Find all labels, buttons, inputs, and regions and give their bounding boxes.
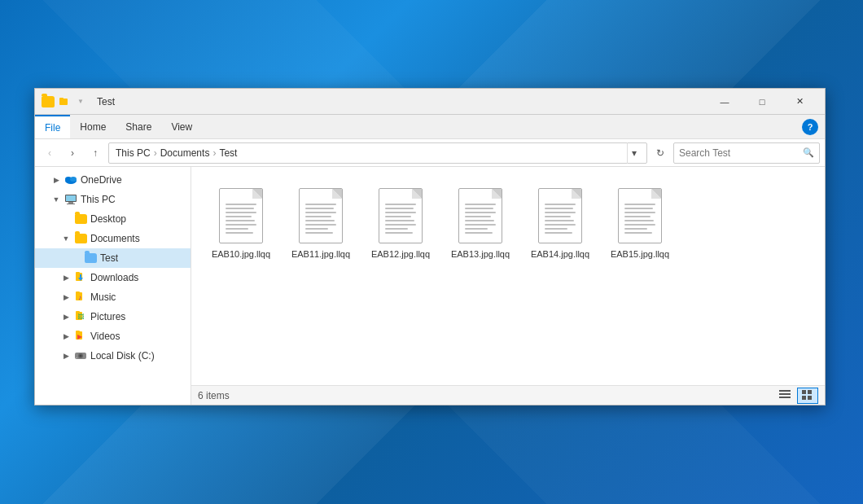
- videos-icon: ▶: [74, 330, 87, 343]
- svg-rect-12: [80, 274, 81, 278]
- title-bar-icons: ▼: [42, 95, 87, 108]
- file-item[interactable]: EAB11.jpg.llqq: [284, 180, 357, 270]
- menu-tab-view[interactable]: View: [161, 115, 202, 138]
- sidebar-label-documents: Documents: [90, 233, 184, 244]
- explorer-window: ▼ Test — □ ✕ File Home Share View ? ‹: [34, 88, 826, 405]
- breadcrumb-sep-1: ›: [154, 147, 157, 159]
- svg-text:▶: ▶: [77, 333, 83, 340]
- title-icon-small-1: [58, 95, 71, 108]
- sidebar-item-music[interactable]: ♪ Music: [35, 287, 191, 307]
- expand-arrow-documents: [61, 234, 71, 243]
- expand-arrow-this-pc: [51, 195, 61, 204]
- help-button[interactable]: ?: [802, 119, 818, 135]
- search-input[interactable]: [679, 147, 803, 159]
- local-disk-icon: [74, 349, 87, 362]
- svg-rect-7: [68, 202, 73, 204]
- title-bar: ▼ Test — □ ✕: [35, 89, 825, 115]
- file-item[interactable]: EAB15.jpg.llqq: [603, 180, 677, 270]
- sidebar-label-onedrive: OneDrive: [81, 174, 184, 186]
- up-button[interactable]: ↑: [85, 143, 105, 163]
- address-path-box[interactable]: This PC › Documents › Test ▾: [108, 142, 647, 164]
- back-button[interactable]: ‹: [40, 143, 59, 163]
- menu-tab-file[interactable]: File: [35, 115, 70, 138]
- desktop-folder-icon: [74, 213, 87, 226]
- sidebar-item-test[interactable]: Test: [35, 248, 191, 268]
- file-name-4: EAB13.jpg.llqq: [451, 248, 510, 260]
- sidebar-item-pictures[interactable]: 🖼 Pictures: [35, 307, 191, 327]
- sidebar-item-onedrive[interactable]: OneDrive: [35, 170, 191, 190]
- search-icon: 🔍: [803, 147, 814, 158]
- expand-arrow-pictures: [61, 312, 71, 322]
- forward-icon: ›: [71, 147, 74, 159]
- sidebar-item-documents[interactable]: Documents: [35, 229, 191, 248]
- file-item[interactable]: EAB10.jpg.llqq: [204, 180, 278, 270]
- file-item[interactable]: EAB12.jpg.llqq: [364, 180, 437, 270]
- file-icon-4: [456, 186, 505, 245]
- menu-tab-share[interactable]: Share: [116, 115, 161, 138]
- breadcrumb-test[interactable]: Test: [219, 147, 237, 159]
- svg-text:♪: ♪: [78, 294, 81, 301]
- title-icon-small-2: ▼: [74, 95, 87, 108]
- svg-rect-27: [779, 393, 791, 395]
- sidebar: OneDrive This PC Desktop: [35, 167, 191, 405]
- sidebar-item-this-pc[interactable]: This PC: [35, 190, 191, 209]
- file-icon-5: [536, 186, 585, 245]
- sidebar-label-local-disk: Local Disk (C:): [90, 350, 184, 362]
- file-icon-6: [615, 186, 664, 245]
- address-bar: ‹ › ↑ This PC › Documents › Test ▾ ↻ 🔍: [35, 139, 825, 167]
- sidebar-label-music: Music: [90, 291, 184, 303]
- minimize-button[interactable]: —: [706, 89, 743, 115]
- downloads-icon: [74, 271, 87, 284]
- view-tiles-button[interactable]: [797, 388, 818, 404]
- sidebar-item-videos[interactable]: ▶ Videos: [35, 327, 191, 346]
- maximize-button[interactable]: □: [743, 89, 781, 115]
- expand-arrow-local-disk: [61, 351, 71, 361]
- file-area: EAB10.jpg.llqq EAB11.jpg.: [191, 167, 825, 405]
- title-folder-icon: [42, 96, 55, 107]
- file-icon-1: [217, 186, 265, 245]
- sidebar-item-desktop[interactable]: Desktop: [35, 209, 191, 229]
- sidebar-label-this-pc: This PC: [81, 194, 184, 205]
- breadcrumb-sep-2: ›: [212, 147, 216, 159]
- svg-rect-6: [66, 195, 76, 201]
- address-dropdown-button[interactable]: ▾: [627, 142, 640, 164]
- sidebar-label-desktop: Desktop: [90, 213, 184, 225]
- file-item[interactable]: EAB13.jpg.llqq: [444, 180, 517, 270]
- file-name-3: EAB12.jpg.llqq: [371, 248, 430, 260]
- search-box[interactable]: 🔍: [673, 142, 820, 164]
- expand-arrow-downloads: [61, 273, 71, 283]
- svg-rect-31: [802, 396, 806, 400]
- breadcrumb-this-pc[interactable]: This PC: [116, 147, 151, 159]
- menu-bar: File Home Share View ?: [35, 115, 825, 139]
- sidebar-label-videos: Videos: [90, 331, 184, 342]
- this-pc-icon: [64, 193, 77, 206]
- view-details-icon: [779, 390, 791, 401]
- view-toggle: [774, 388, 818, 404]
- svg-point-24: [80, 355, 82, 357]
- menu-tab-home[interactable]: Home: [70, 115, 116, 138]
- expand-arrow-music: [61, 292, 71, 302]
- svg-rect-25: [76, 357, 77, 358]
- back-icon: ‹: [48, 147, 51, 159]
- sidebar-label-pictures: Pictures: [90, 311, 184, 322]
- files-container: EAB10.jpg.llqq EAB11.jpg.: [191, 167, 825, 385]
- svg-rect-30: [808, 390, 812, 394]
- svg-point-4: [70, 177, 77, 182]
- refresh-button[interactable]: ↻: [651, 143, 670, 163]
- window-title: Test: [97, 96, 706, 107]
- sidebar-item-downloads[interactable]: Downloads: [35, 268, 191, 287]
- svg-rect-28: [779, 397, 791, 398]
- file-name-5: EAB14.jpg.llqq: [531, 248, 589, 260]
- close-button[interactable]: ✕: [781, 89, 818, 115]
- sidebar-item-local-disk[interactable]: Local Disk (C:): [35, 346, 191, 366]
- test-folder-icon: [84, 252, 97, 265]
- svg-rect-8: [67, 204, 75, 204]
- file-item[interactable]: EAB14.jpg.llqq: [523, 180, 597, 270]
- sidebar-label-test: Test: [100, 252, 184, 264]
- view-details-button[interactable]: [774, 388, 795, 404]
- svg-rect-29: [802, 390, 806, 394]
- forward-button[interactable]: ›: [63, 143, 82, 163]
- breadcrumb-documents[interactable]: Documents: [160, 147, 210, 159]
- svg-rect-1: [59, 98, 64, 100]
- content-area: OneDrive This PC Desktop: [35, 167, 825, 405]
